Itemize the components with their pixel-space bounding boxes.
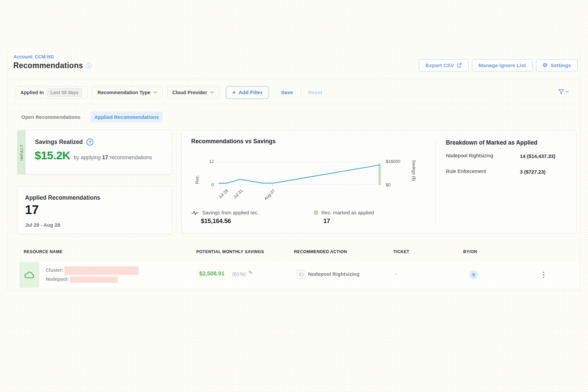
applied-recommendations-card: Applied Recommendations 17 Jul 29 - Aug … (17, 187, 172, 234)
cluster-label: Cluster: (46, 267, 63, 273)
header-divider (7, 79, 580, 79)
left-axis-max-tick: 12 (203, 159, 214, 164)
help-icon[interactable]: ? (86, 139, 93, 146)
bar-series-icon (314, 211, 318, 215)
recommendations-page: Account: CCM-NG Recommendations i Export… (0, 0, 588, 392)
settings-button[interactable]: ⚙ Settings (536, 59, 578, 71)
subtitle-count: 17 (102, 155, 108, 160)
panel-divider (435, 139, 436, 225)
savings-realized-value: $15.2K (35, 149, 70, 162)
breakdown-row-value: 14 ($14,437.33) (520, 153, 556, 160)
reset-filter-button[interactable]: Reset (308, 89, 322, 95)
right-axis-title: Savings ($) (405, 160, 416, 188)
column-header-recommended-action: RECOMMENDED ACTION (294, 249, 347, 254)
line-series-icon (191, 210, 199, 215)
column-header-potential-savings: POTENTIAL MONTHLY SAVINGS (196, 249, 264, 254)
filter-chip-recommendation-type[interactable]: Recommendation Type (92, 86, 162, 99)
add-filter-label: Add Filter (239, 89, 263, 95)
legend-line-label: Savings from applied rec. (202, 210, 259, 215)
edit-savings-icon[interactable]: ✎ (248, 269, 253, 276)
column-header-by-on: BY/ON (463, 249, 477, 254)
x-tick-label: Aug 07 (263, 188, 276, 201)
column-header-resource-name: RESOURCE NAME (24, 249, 62, 254)
tab-applied-recommendations[interactable]: Applied Recommendations (90, 112, 163, 123)
applied-card-count: 17 (25, 203, 39, 217)
recommendation-type-label: Recommendation Type (97, 90, 150, 95)
page-title: Recommendations i (13, 61, 92, 70)
info-icon[interactable]: i (86, 63, 92, 68)
column-header-ticket: TICKET (393, 249, 409, 254)
applied-card-title: Applied Recommendations (25, 194, 100, 201)
gear-icon: ⚙ (543, 62, 548, 68)
chevron-down-icon (154, 91, 157, 93)
breakdown-row-value: 3 ($727.23) (520, 168, 556, 175)
applied-in-value: Last 30 days (47, 88, 82, 97)
chevron-down-icon (210, 91, 214, 93)
resource-type-cell (19, 262, 39, 288)
right-axis-min-tick: $0 (386, 182, 390, 187)
recommended-action-label: Nodepool Rightsizing (308, 271, 359, 277)
filter-chip-cloud-provider[interactable]: Cloud Provider (167, 86, 219, 99)
recommended-action-icon (297, 270, 305, 279)
potential-savings-value: $2,508.91 (199, 270, 225, 277)
manage-ignore-list-label: Manage Ignore List (479, 62, 526, 68)
savings-realized-title: Savings Realized ? (35, 139, 93, 146)
by-on-avatar[interactable]: S (469, 270, 478, 279)
nodepool-label: Nodepool: (46, 276, 69, 282)
potential-savings-percent: (81%) (232, 271, 246, 277)
export-csv-button[interactable]: Export CSV (419, 59, 469, 71)
breakdown-title: Breakdown of Marked as Applied (446, 139, 538, 146)
filter-separator (300, 89, 301, 96)
plus-icon: + (232, 89, 236, 95)
table-row[interactable]: Cluster: Nodepool: $2,508.91 (81%) ✎ Nod… (15, 261, 578, 289)
subtitle-pre: by applying (74, 155, 102, 160)
chart-card: Recommendations vs Savings 12 0 Rec. $16… (182, 131, 576, 233)
savings-realized-title-text: Savings Realized (35, 139, 83, 146)
cloud-provider-label: Cloud Provider (173, 90, 207, 95)
external-link-icon (457, 63, 462, 68)
legend-bar-value: 17 (323, 218, 330, 225)
cloud-icon (23, 270, 35, 279)
funnel-icon (558, 88, 564, 95)
x-tick-label: Jul 28 (218, 188, 229, 199)
account-breadcrumb[interactable]: Account: CCM-NG (13, 54, 54, 59)
export-csv-label: Export CSV (425, 62, 454, 68)
breakdown-row-label: Nodepool Rightsizing (446, 153, 493, 158)
tabs: Open Recommendations Applied Recommendat… (17, 112, 163, 123)
screenshot-glyph (299, 273, 303, 276)
applied-card-date-range: Jul 29 - Aug 28 (25, 222, 60, 228)
legend-bar-item: Rec. marked as applied (314, 210, 374, 215)
left-axis-min-tick: 0 (203, 182, 214, 187)
chart-plot (218, 162, 380, 185)
add-filter-button[interactable]: + Add Filter (226, 86, 269, 99)
filter-divider (7, 104, 580, 104)
savings-chart-svg (218, 162, 380, 185)
tab-open-recommendations[interactable]: Open Recommendations (17, 112, 84, 123)
applied-in-label: Applied In (20, 90, 44, 95)
right-axis-max-tick: $16000 (386, 159, 400, 164)
breakdown-row-label: Rule Enforcement (446, 168, 486, 174)
filter-menu-button[interactable] (558, 88, 569, 95)
nodepool-value-redacted (70, 276, 118, 283)
impact-strip: IMPACT (17, 130, 26, 174)
chart-title: Recommendations vs Savings (191, 138, 276, 145)
filter-chip-applied-in[interactable]: Applied In Last 30 days (15, 86, 87, 99)
row-menu-button[interactable] (540, 270, 547, 279)
manage-ignore-list-button[interactable]: Manage Ignore List (472, 59, 532, 71)
legend-line-value: $15,164.56 (201, 218, 231, 225)
x-tick-label: Jul 31 (232, 188, 243, 199)
savings-realized-subtitle: by applying 17 recommendations (74, 155, 152, 161)
ticket-value: - (395, 271, 397, 276)
cluster-value-redacted (64, 266, 138, 275)
left-axis-title: Rec. (195, 163, 200, 184)
filter-bar: Applied In Last 30 days Recommendation T… (15, 86, 322, 99)
page-title-text: Recommendations (13, 61, 83, 70)
savings-realized-value-row: $15.2K by applying 17 recommendations (35, 149, 152, 162)
save-filter-button[interactable]: Save (281, 89, 293, 95)
subtitle-post: recommendations (108, 155, 152, 160)
header-actions: Export CSV Manage Ignore List ⚙ Settings (419, 59, 578, 71)
chevron-down-icon (566, 91, 569, 93)
legend-line-item: Savings from applied rec. (191, 210, 259, 215)
legend-bar-label: Rec. marked as applied (321, 210, 374, 215)
savings-realized-card: IMPACT Savings Realized ? $15.2K by appl… (17, 130, 172, 174)
